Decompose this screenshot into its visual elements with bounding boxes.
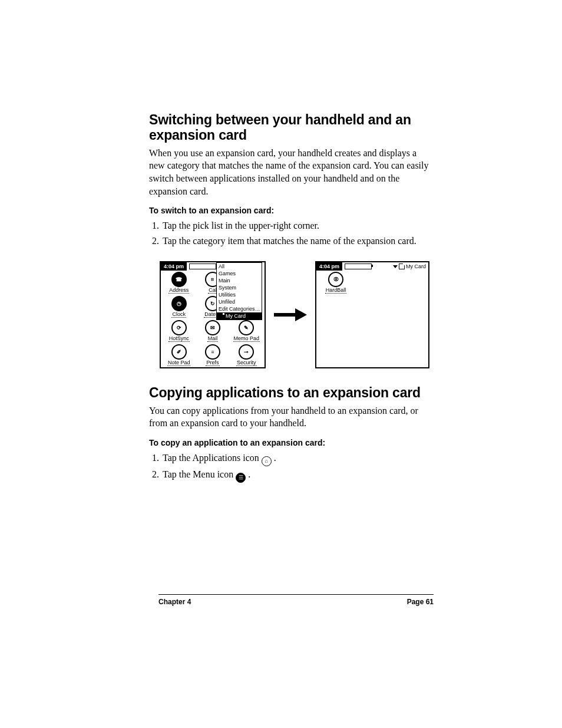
- battery-left: [189, 263, 216, 269]
- page-footer: Chapter 4 Page 61: [158, 594, 434, 606]
- dropdown-item-games[interactable]: Games: [217, 270, 262, 277]
- time-right: 4:04 pm: [316, 262, 342, 271]
- device-left: 4:04 pm All Games Main System Utilities …: [160, 261, 266, 368]
- section2-step-1: Tap the Applications icon ⌂ .: [161, 451, 432, 466]
- app-hotsync[interactable]: ⟳HotSync: [162, 320, 196, 342]
- dropdown-item-utilities[interactable]: Utilities: [217, 291, 262, 298]
- app-address[interactable]: ☎Address: [162, 272, 196, 294]
- battery-right: [345, 263, 372, 269]
- app-notepad[interactable]: ✐Note Pad: [162, 344, 196, 366]
- statusbar-right: 4:04 pm My Card: [316, 262, 428, 271]
- category-picker-right[interactable]: My Card: [393, 263, 428, 269]
- step1-text-post: .: [274, 453, 276, 463]
- app-security[interactable]: ⊸Security: [230, 344, 263, 366]
- dropdown-item-main[interactable]: Main: [217, 277, 262, 284]
- category-label-right: My Card: [406, 263, 426, 269]
- section2-step-2: Tap the Menu icon ☰ .: [161, 467, 432, 483]
- launcher-right: ⦿HardBall: [318, 272, 427, 366]
- dropdown-item-system[interactable]: System: [217, 284, 262, 291]
- app-memo[interactable]: ✎Memo Pad: [230, 320, 263, 342]
- footer-page: Page 61: [407, 598, 434, 606]
- section1-para: When you use an expansion card, your han…: [149, 147, 432, 197]
- section1-steps: Tap the pick list in the upper-right cor…: [149, 219, 432, 248]
- app-prefs[interactable]: ≡Prefs: [196, 344, 229, 366]
- chevron-down-icon: [393, 265, 398, 268]
- section1-step-2: Tap the category item that matches the n…: [161, 234, 432, 248]
- section2-steps: Tap the Applications icon ⌂ . Tap the Me…: [149, 451, 432, 483]
- dropdown-item-all[interactable]: All: [217, 263, 262, 270]
- dropdown-item-unfiled[interactable]: Unfiled: [217, 298, 262, 305]
- time-left: 4:04 pm: [161, 262, 187, 271]
- footer-rule: [158, 594, 434, 595]
- menu-icon: ☰: [236, 473, 246, 483]
- card-icon: [399, 263, 405, 269]
- app-hardball[interactable]: ⦿HardBall: [318, 272, 354, 294]
- category-dropdown[interactable]: All Games Main System Utilities Unfiled …: [216, 262, 262, 320]
- section2-subhead: To copy an application to an expansion c…: [149, 438, 432, 447]
- svg-marker-1: [295, 308, 307, 321]
- figure: 4:04 pm All Games Main System Utilities …: [160, 261, 432, 368]
- footer-chapter: Chapter 4: [158, 598, 191, 606]
- app-mail[interactable]: ✉Mail: [196, 320, 229, 342]
- step2-text-pre: Tap the Menu icon: [163, 469, 236, 479]
- dropdown-item-edit[interactable]: Edit Categories…: [217, 305, 262, 312]
- step2-text-post: .: [248, 469, 250, 479]
- app-clock[interactable]: ◷Clock: [162, 296, 196, 318]
- dropdown-selected-label: My Card: [226, 313, 246, 319]
- arrow-icon: [274, 308, 307, 321]
- applications-icon: ⌂: [262, 456, 272, 466]
- section2-para: You can copy applications from your hand…: [149, 404, 432, 430]
- section2-heading: Copying applications to an expansion car…: [149, 385, 432, 400]
- card-icon: [219, 313, 224, 319]
- section1-heading: Switching between your handheld and an e…: [149, 112, 432, 143]
- step1-text-pre: Tap the Applications icon: [163, 453, 262, 463]
- dropdown-item-mycard[interactable]: My Card: [217, 312, 262, 319]
- section1-subhead: To switch to an expansion card:: [149, 206, 432, 215]
- device-right: 4:04 pm My Card ⦿HardBall: [315, 261, 429, 368]
- section1-step-1: Tap the pick list in the upper-right cor…: [161, 219, 432, 233]
